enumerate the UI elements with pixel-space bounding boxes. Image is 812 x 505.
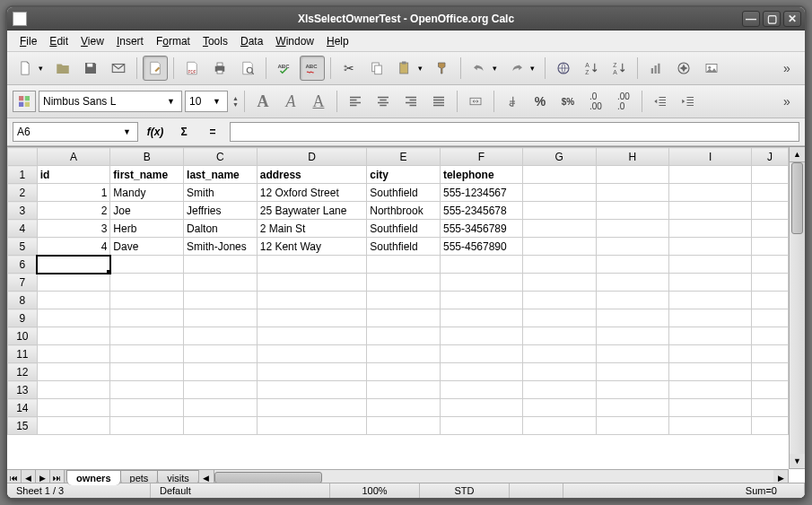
cell-I8[interactable] [669, 292, 752, 309]
cell-H3[interactable] [596, 202, 669, 220]
col-header-A[interactable]: A [37, 148, 110, 166]
cell-H1[interactable] [596, 166, 669, 184]
cell-E11[interactable] [367, 345, 441, 363]
cell-A12[interactable] [37, 363, 110, 381]
font-name-dropdown-icon[interactable]: ▼ [164, 97, 178, 106]
row-header-10[interactable]: 10 [8, 327, 38, 345]
status-zoom[interactable]: 100% [330, 483, 420, 498]
cell-I11[interactable] [669, 345, 752, 363]
cell-E4[interactable]: Southfield [367, 220, 441, 238]
cell-D2[interactable]: 12 Oxford Street [257, 184, 367, 202]
open-button[interactable] [50, 56, 75, 81]
sheet-tab-owners[interactable]: owners [66, 470, 121, 485]
row-header-3[interactable]: 3 [8, 202, 38, 220]
font-size-combo[interactable]: 10 ▼ [185, 91, 228, 112]
cell-I10[interactable] [669, 327, 752, 345]
percent-button[interactable]: % [528, 89, 553, 114]
cell-G6[interactable] [522, 256, 596, 274]
cell-D3[interactable]: 25 Baywater Lane [257, 202, 367, 220]
row-header-2[interactable]: 2 [8, 184, 38, 202]
cell-F9[interactable] [440, 309, 522, 327]
function-wizard-button[interactable]: f(x) [144, 122, 167, 142]
cell-F3[interactable]: 555-2345678 [440, 202, 522, 220]
cell-F12[interactable] [440, 363, 522, 381]
cell-G4[interactable] [522, 220, 596, 238]
name-box[interactable]: A6 ▼ [13, 122, 138, 142]
row-header-15[interactable]: 15 [8, 417, 38, 435]
cell-H7[interactable] [596, 274, 669, 292]
cell-B6[interactable] [110, 256, 184, 274]
col-header-I[interactable]: I [669, 148, 752, 166]
spreadsheet-table[interactable]: ABCDEFGHIJ1idfirst_namelast_nameaddressc… [7, 147, 789, 435]
cell-A2[interactable]: 1 [37, 184, 110, 202]
cell-J6[interactable] [752, 256, 789, 274]
menu-edit[interactable]: Edit [44, 33, 74, 49]
formula-input[interactable] [230, 122, 799, 142]
currency-button[interactable] [500, 89, 525, 114]
cell-A5[interactable]: 4 [37, 238, 110, 256]
cell-I7[interactable] [669, 274, 752, 292]
cell-A3[interactable]: 2 [37, 202, 110, 220]
email-button[interactable] [106, 56, 131, 81]
cell-F10[interactable] [440, 327, 522, 345]
cell-G7[interactable] [522, 274, 596, 292]
row-header-9[interactable]: 9 [8, 309, 38, 327]
row-header-1[interactable]: 1 [8, 166, 38, 184]
cell-I1[interactable] [669, 166, 752, 184]
titlebar[interactable]: XlsSelectOwnerTest - OpenOffice.org Calc… [7, 7, 805, 30]
cell-B14[interactable] [110, 399, 184, 417]
align-center-button[interactable] [371, 89, 396, 114]
cell-B11[interactable] [110, 345, 184, 363]
cell-E10[interactable] [367, 327, 441, 345]
save-button[interactable] [78, 56, 103, 81]
cell-E1[interactable]: city [367, 166, 441, 184]
cell-B3[interactable]: Joe [110, 202, 184, 220]
cell-D6[interactable] [257, 256, 367, 274]
new-dropdown[interactable]: ▾ [39, 64, 48, 73]
cell-A11[interactable] [37, 345, 110, 363]
cell-H5[interactable] [596, 238, 669, 256]
cell-D12[interactable] [257, 363, 367, 381]
cell-C13[interactable] [184, 381, 258, 399]
add-decimal-button[interactable]: .0.00 [583, 89, 608, 114]
cell-H10[interactable] [596, 327, 669, 345]
name-box-dropdown-icon[interactable]: ▼ [120, 127, 134, 136]
cell-I15[interactable] [669, 417, 752, 435]
menu-format[interactable]: Format [151, 33, 196, 49]
cell-B10[interactable] [110, 327, 184, 345]
cell-E12[interactable] [367, 363, 441, 381]
cell-E13[interactable] [367, 381, 441, 399]
col-header-C[interactable]: C [184, 148, 258, 166]
cell-B1[interactable]: first_name [110, 166, 184, 184]
cell-I6[interactable] [669, 256, 752, 274]
cell-A4[interactable]: 3 [37, 220, 110, 238]
cell-H15[interactable] [596, 417, 669, 435]
cell-J8[interactable] [752, 292, 789, 309]
cell-J11[interactable] [752, 345, 789, 363]
select-all-corner[interactable] [8, 148, 38, 166]
cell-G2[interactable] [522, 184, 596, 202]
auto-spellcheck-button[interactable]: ABC [300, 56, 325, 81]
cell-E14[interactable] [367, 399, 441, 417]
cell-A8[interactable] [37, 292, 110, 309]
cell-J12[interactable] [752, 363, 789, 381]
undo-dropdown[interactable]: ▾ [493, 64, 502, 73]
cell-F4[interactable]: 555-3456789 [440, 220, 522, 238]
cell-F11[interactable] [440, 345, 522, 363]
remove-decimal-button[interactable]: .00.0 [611, 89, 636, 114]
cell-I3[interactable] [669, 202, 752, 220]
col-header-H[interactable]: H [596, 148, 669, 166]
cell-H14[interactable] [596, 399, 669, 417]
cell-E15[interactable] [367, 417, 441, 435]
sort-asc-button[interactable]: AZ [579, 56, 604, 81]
cell-G14[interactable] [522, 399, 596, 417]
scroll-up-button[interactable]: ▲ [790, 147, 805, 162]
cell-A6[interactable] [37, 256, 110, 274]
sort-desc-button[interactable]: ZA [607, 56, 632, 81]
cell-B5[interactable]: Dave [110, 238, 184, 256]
cell-D8[interactable] [257, 292, 367, 309]
cell-H6[interactable] [596, 256, 669, 274]
decrease-indent-button[interactable] [648, 89, 673, 114]
cell-G11[interactable] [522, 345, 596, 363]
status-sum[interactable]: Sum=0 [563, 483, 805, 498]
